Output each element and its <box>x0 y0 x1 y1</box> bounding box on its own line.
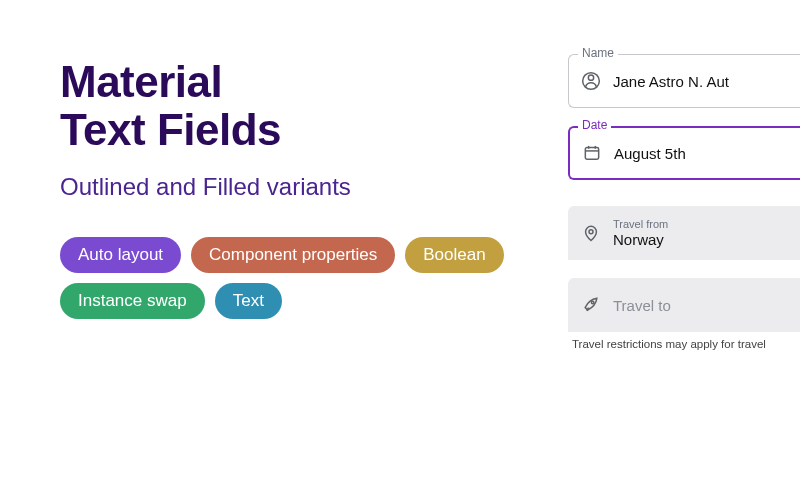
calendar-icon <box>582 143 602 163</box>
chip-boolean[interactable]: Boolean <box>405 237 503 273</box>
name-value: Jane Astro N. Aut <box>613 73 729 90</box>
chip-row: Auto layout Component properties Boolean… <box>60 237 520 319</box>
chip-component-properties[interactable]: Component properties <box>191 237 395 273</box>
chip-instance-swap[interactable]: Instance swap <box>60 283 205 319</box>
title-line-2: Text Fields <box>60 105 281 154</box>
svg-rect-2 <box>585 148 598 160</box>
date-value: August 5th <box>614 145 686 162</box>
name-label: Name <box>578 46 618 60</box>
svg-point-7 <box>591 301 594 304</box>
travel-from-field[interactable]: Travel from Norway <box>568 206 800 260</box>
location-icon <box>581 223 601 243</box>
rocket-icon <box>581 295 601 315</box>
page-subtitle: Outlined and Filled variants <box>60 173 520 201</box>
chip-auto-layout[interactable]: Auto layout <box>60 237 181 273</box>
date-label: Date <box>578 118 611 132</box>
helper-text: Travel restrictions may apply for travel <box>568 338 800 350</box>
travel-to-field[interactable]: Travel to <box>568 278 800 332</box>
person-icon <box>581 71 601 91</box>
name-field[interactable]: Name Jane Astro N. Aut <box>568 54 800 108</box>
travel-to-placeholder: Travel to <box>613 297 671 314</box>
date-field[interactable]: Date August 5th <box>568 126 800 180</box>
travel-from-value: Norway <box>613 231 668 248</box>
svg-point-0 <box>588 75 593 80</box>
chip-text[interactable]: Text <box>215 283 282 319</box>
title-line-1: Material <box>60 57 222 106</box>
svg-point-6 <box>589 230 593 234</box>
travel-from-label: Travel from <box>613 218 668 230</box>
page-title: Material Text Fields <box>60 58 520 155</box>
